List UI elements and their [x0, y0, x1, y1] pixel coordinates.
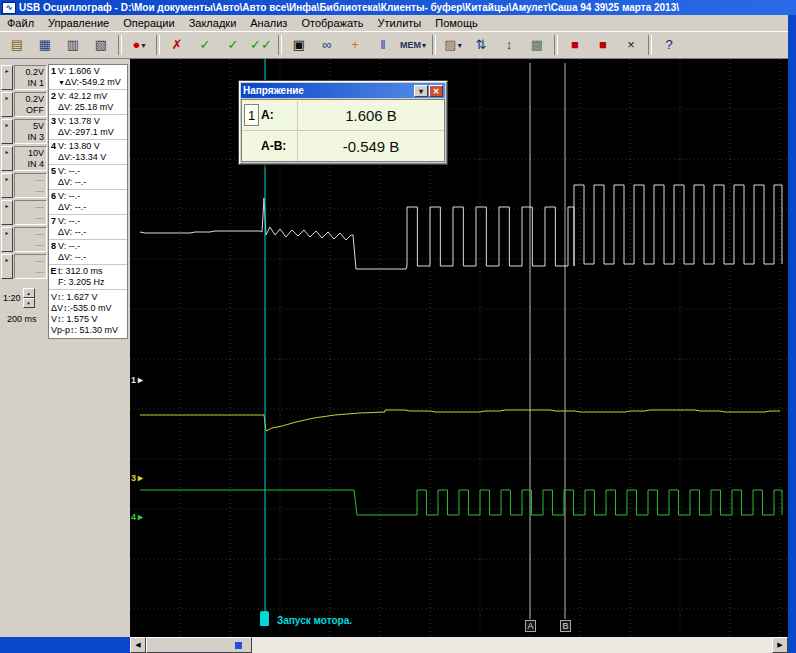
trigger-flag[interactable]: [260, 611, 269, 626]
mem-button[interactable]: MEM▾: [398, 33, 428, 57]
channel-control-7[interactable]: ▸------: [1, 226, 47, 253]
voltage-dialog[interactable]: Напряжение ▾ ✕ 1A:1.606 ВA-B:-0.549 В: [238, 80, 448, 165]
horizontal-scrollbar[interactable]: ◀ ▶: [130, 637, 788, 653]
menu-item-2[interactable]: Управление: [41, 16, 116, 30]
channel-3-expand-button[interactable]: ▸: [1, 119, 13, 144]
measurement-channel-number: 3: [49, 115, 58, 139]
stat-line-1: V↕: 1.627 V: [51, 292, 126, 303]
channel-control-6[interactable]: ▸------: [1, 199, 47, 226]
probe-ratio-spinner[interactable]: ▴▾: [23, 288, 35, 308]
cursor-a-label[interactable]: A: [525, 620, 536, 632]
save-icon-glyph: ▦: [39, 35, 51, 55]
channel-5-input: ---: [17, 186, 44, 197]
channel-4-range: 10V: [17, 148, 44, 159]
menu-item-5[interactable]: Анализ: [243, 16, 294, 30]
toolbar-separator: [648, 35, 652, 55]
print-preview-icon[interactable]: ▧: [88, 33, 114, 57]
open-file-icon[interactable]: ▤: [4, 33, 30, 57]
channel-2-input: OFF: [17, 105, 44, 116]
channel-control-5[interactable]: ▸------: [1, 172, 47, 199]
channel-control-3[interactable]: ▸5VIN 3: [1, 118, 47, 145]
channel-5-expand-button[interactable]: ▸: [1, 173, 13, 198]
menu-item-1[interactable]: Файл: [0, 16, 41, 30]
measurement-panel: 1V: 1.606 V▼ΔV:-549.2 mV2V: 42.12 mVΔV: …: [48, 64, 128, 339]
menu-item-3[interactable]: Операции: [116, 16, 181, 30]
search-icon[interactable]: ∞: [314, 33, 340, 57]
dropdown-arrow-icon[interactable]: ▾: [141, 41, 145, 50]
dialog-rollup-button[interactable]: ▾: [414, 85, 428, 97]
stat-line-3: V↕: 1.575 V: [51, 314, 126, 325]
channel-3-marker[interactable]: 3►: [131, 472, 145, 484]
scope-canvas: [130, 59, 788, 637]
record-icon[interactable]: ●▾: [126, 33, 152, 57]
stop-all-icon[interactable]: ■: [590, 33, 616, 57]
stop-record-icon[interactable]: ■: [562, 33, 588, 57]
dropdown-arrow-icon[interactable]: ▾: [458, 41, 462, 50]
toolbar-separator: [432, 35, 436, 55]
scope-display[interactable]: Запуск мотора. A B 1►3►4►: [130, 59, 788, 637]
menu-item-4[interactable]: Закладки: [182, 16, 244, 30]
channel-8-expand-button[interactable]: ▸: [1, 254, 13, 279]
channel-3-input: IN 3: [17, 132, 44, 143]
screen-icon[interactable]: ▣: [286, 33, 312, 57]
toolbar: ▤▦▥▧●▾✗✓✓✓✓▣∞+‖MEM▾▨▾⇅↕▩■■×?: [0, 32, 796, 59]
spinner-down-icon[interactable]: ▾: [23, 298, 35, 308]
trigger-marker-icon: ▼: [58, 79, 65, 86]
menu-item-7[interactable]: Утилиты: [371, 16, 429, 30]
dialog-close-button[interactable]: ✕: [429, 85, 443, 97]
discard-icon-glyph: ✗: [172, 35, 183, 55]
measurement-channel-number: 2: [49, 90, 58, 114]
menu-item-6[interactable]: Отображать: [294, 16, 370, 30]
save-icon[interactable]: ▦: [32, 33, 58, 57]
channel-control-1[interactable]: ▸0.2VIN 1: [1, 64, 47, 91]
dialog-row-1: 1A:1.606 В: [242, 100, 444, 131]
print-icon[interactable]: ▥: [60, 33, 86, 57]
channel-6-expand-button[interactable]: ▸: [1, 200, 13, 225]
close-view-icon[interactable]: ×: [618, 33, 644, 57]
spinner-up-icon[interactable]: ▴: [23, 288, 35, 298]
channel-4-marker[interactable]: 4►: [131, 511, 145, 523]
pan-vertical-icon[interactable]: ⇅: [468, 33, 494, 57]
measurement-v: V: --.-: [58, 241, 127, 252]
probe-ratio-row: 1:20▴▾: [3, 288, 47, 308]
markers-icon[interactable]: ‖: [370, 33, 396, 57]
auto-confirm-icon[interactable]: ✓✓: [248, 33, 274, 57]
apply-all-icon[interactable]: ✓: [220, 33, 246, 57]
menu-item-8[interactable]: Помощь: [428, 16, 485, 30]
channel-8-range: ---: [17, 256, 44, 267]
dialog-measure-label: A-B:: [261, 139, 297, 153]
apply-icon[interactable]: ✓: [192, 33, 218, 57]
scroll-right-button[interactable]: ▶: [772, 637, 788, 653]
measurement-v: V: 42.12 mV: [58, 91, 127, 102]
dialog-row-2: A-B:-0.549 В: [242, 131, 444, 161]
channel-2-expand-button[interactable]: ▸: [1, 92, 13, 117]
channel-3-range: 5V: [17, 121, 44, 132]
channel-7-expand-button[interactable]: ▸: [1, 227, 13, 252]
channel-4-expand-button[interactable]: ▸: [1, 146, 13, 171]
channel-4-trace: [140, 490, 782, 515]
measurement-values: V: 13.80 VΔV:-13.34 V: [58, 140, 127, 164]
measurement-dv: ΔV: --.-: [58, 177, 127, 188]
dialog-measure-value: -0.549 В: [297, 132, 444, 161]
voltage-dialog-titlebar[interactable]: Напряжение ▾ ✕: [241, 83, 445, 98]
stop-all-icon-glyph: ■: [599, 35, 607, 55]
voltage-dialog-title: Напряжение: [243, 85, 304, 96]
channel-1-expand-button[interactable]: ▸: [1, 65, 13, 90]
cursor-b-label[interactable]: B: [560, 620, 571, 632]
scroll-left-button[interactable]: ◀: [130, 637, 146, 653]
measurement-values: V: --.-ΔV: --.-: [58, 190, 127, 214]
discard-icon[interactable]: ✗: [164, 33, 190, 57]
zoom-vertical-icon-glyph: ↕: [506, 35, 513, 55]
channel-control-2[interactable]: ▸0.2VOFF: [1, 91, 47, 118]
dropdown-arrow-icon[interactable]: ▾: [422, 41, 426, 50]
channel-control-8[interactable]: ▸------: [1, 253, 47, 280]
grid-icon[interactable]: ▩: [524, 33, 550, 57]
help-icon[interactable]: ?: [656, 33, 682, 57]
channel-1-marker[interactable]: 1►: [131, 374, 145, 386]
cursors-icon[interactable]: +: [342, 33, 368, 57]
channel-5-range-input: ------: [14, 173, 47, 198]
channel-control-4[interactable]: ▸10VIN 4: [1, 145, 47, 172]
notes-icon[interactable]: ▨▾: [440, 33, 466, 57]
toolbar-separator: [554, 35, 558, 55]
zoom-vertical-icon[interactable]: ↕: [496, 33, 522, 57]
